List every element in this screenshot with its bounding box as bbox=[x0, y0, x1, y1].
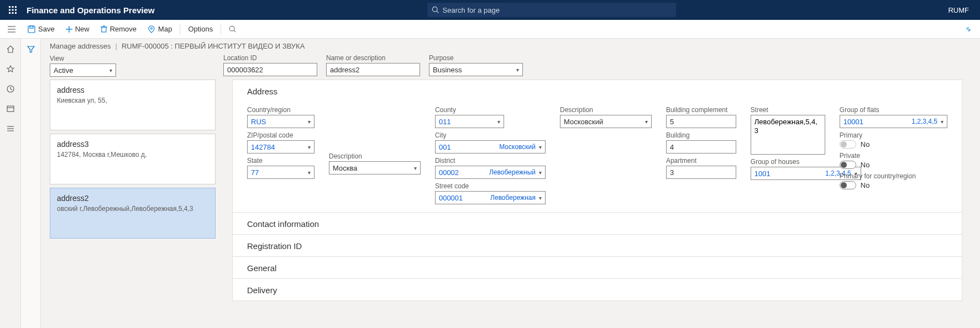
svg-line-10 bbox=[437, 11, 438, 13]
detail-panel: Address Country/region RUS▾ ZIP/postal c… bbox=[232, 80, 962, 301]
svg-rect-7 bbox=[12, 12, 14, 14]
country-lookup[interactable]: RUS▾ bbox=[247, 115, 315, 128]
name-input[interactable]: address2 bbox=[326, 63, 420, 76]
svg-rect-15 bbox=[30, 26, 33, 28]
company-code[interactable]: RUMF bbox=[948, 6, 969, 14]
svg-rect-3 bbox=[9, 9, 11, 11]
flatgroup-lookup[interactable]: 100011,2,3,4,5▾ bbox=[840, 115, 947, 128]
primary-toggle: No bbox=[840, 140, 947, 149]
purpose-combobox[interactable]: Business▾ bbox=[429, 63, 523, 76]
workspace-icon[interactable] bbox=[3, 102, 18, 116]
top-nav: Finance and Operations Preview Search fo… bbox=[0, 0, 980, 20]
city-lookup[interactable]: 001Московский▾ bbox=[435, 140, 546, 154]
nav-rail bbox=[0, 39, 21, 328]
state-lookup[interactable]: 77▾ bbox=[247, 166, 315, 179]
command-bar: Save New Remove Map Options bbox=[0, 20, 980, 39]
fasttab-general-header[interactable]: General bbox=[233, 257, 962, 278]
svg-rect-14 bbox=[28, 26, 35, 33]
trash-icon bbox=[101, 25, 107, 33]
view-label: View bbox=[50, 55, 116, 62]
save-icon bbox=[28, 25, 35, 33]
star-icon[interactable] bbox=[3, 62, 18, 76]
purpose-label: Purpose bbox=[429, 54, 523, 62]
breadcrumb-record: RUMF-000005 : ПЕРВЫЙ ИНСТИТУТ ВИДЕО И ЗВ… bbox=[122, 42, 305, 50]
primary-cr-toggle[interactable]: No bbox=[840, 181, 947, 189]
location-id-label: Location ID bbox=[223, 54, 317, 62]
svg-rect-5 bbox=[15, 9, 17, 11]
funnel-icon[interactable] bbox=[24, 42, 38, 56]
apartment-input[interactable]: 3 bbox=[666, 166, 736, 179]
county-lookup[interactable]: 011▾ bbox=[435, 115, 504, 128]
name-label: Name or description bbox=[326, 54, 420, 62]
location-id-input[interactable]: 000003622 bbox=[223, 63, 317, 76]
breadcrumb-page[interactable]: Manage addresses bbox=[50, 42, 111, 50]
recent-icon[interactable] bbox=[3, 82, 18, 96]
svg-rect-6 bbox=[9, 12, 11, 14]
map-icon bbox=[148, 25, 155, 33]
svg-rect-2 bbox=[15, 6, 17, 8]
fasttab-registration-header[interactable]: Registration ID bbox=[233, 235, 962, 256]
svg-point-21 bbox=[151, 28, 153, 29]
svg-rect-25 bbox=[7, 106, 14, 112]
global-search[interactable]: Search for a page bbox=[427, 3, 676, 17]
breadcrumb: Manage addresses | RUMF-000005 : ПЕРВЫЙ … bbox=[41, 39, 980, 54]
fasttab-delivery-header[interactable]: Delivery bbox=[233, 279, 962, 300]
svg-rect-1 bbox=[12, 6, 14, 8]
modules-icon[interactable] bbox=[3, 121, 18, 136]
svg-point-22 bbox=[230, 26, 235, 31]
address-card[interactable]: address3 142784, Москва г,Мешково д, bbox=[50, 134, 216, 184]
hamburger-icon[interactable] bbox=[4, 22, 19, 36]
fasttab-contact-header[interactable]: Contact information bbox=[233, 213, 962, 234]
building-complement-input[interactable]: 5 bbox=[666, 115, 736, 128]
link-icon[interactable] bbox=[961, 22, 976, 36]
svg-rect-4 bbox=[12, 9, 14, 11]
svg-rect-0 bbox=[9, 6, 11, 8]
county-desc-combobox[interactable]: Московский▾ bbox=[560, 115, 652, 128]
options-button[interactable]: Options bbox=[184, 23, 217, 35]
state-desc-combobox[interactable]: Москва▾ bbox=[329, 161, 421, 174]
save-button[interactable]: Save bbox=[23, 23, 59, 35]
address-card[interactable]: address2 овский г,Левобережный,Левобереж… bbox=[50, 188, 216, 239]
waffle-icon[interactable] bbox=[6, 3, 20, 17]
map-button[interactable]: Map bbox=[143, 23, 176, 35]
plus-icon bbox=[66, 26, 72, 33]
private-toggle[interactable]: No bbox=[840, 161, 947, 169]
svg-point-9 bbox=[432, 7, 437, 12]
home-icon[interactable] bbox=[3, 42, 18, 56]
svg-rect-8 bbox=[15, 12, 17, 14]
district-lookup[interactable]: 00002Левобережный▾ bbox=[435, 166, 546, 179]
svg-line-23 bbox=[234, 30, 235, 32]
building-input[interactable]: 4 bbox=[666, 140, 736, 154]
fasttab-address-header[interactable]: Address bbox=[233, 81, 962, 102]
street-textarea[interactable] bbox=[751, 115, 825, 155]
zip-lookup[interactable]: 142784▾ bbox=[247, 140, 315, 154]
app-title: Finance and Operations Preview bbox=[27, 6, 155, 15]
search-placeholder: Search for a page bbox=[443, 6, 500, 14]
svg-rect-18 bbox=[102, 27, 106, 32]
find-icon bbox=[229, 25, 237, 33]
search-icon bbox=[432, 6, 439, 14]
streetcode-lookup[interactable]: 000001Левобережная▾ bbox=[435, 191, 546, 204]
remove-button[interactable]: Remove bbox=[96, 23, 141, 35]
find-button[interactable] bbox=[224, 23, 241, 35]
new-button[interactable]: New bbox=[61, 23, 94, 35]
view-combobox[interactable]: Active▾ bbox=[50, 64, 116, 77]
filter-rail bbox=[21, 39, 41, 328]
address-card[interactable]: address Киевская ул, 55, bbox=[50, 80, 216, 130]
main-area: Manage addresses | RUMF-000005 : ПЕРВЫЙ … bbox=[41, 39, 980, 328]
fasttab-address: Address Country/region RUS▾ ZIP/postal c… bbox=[233, 81, 962, 213]
